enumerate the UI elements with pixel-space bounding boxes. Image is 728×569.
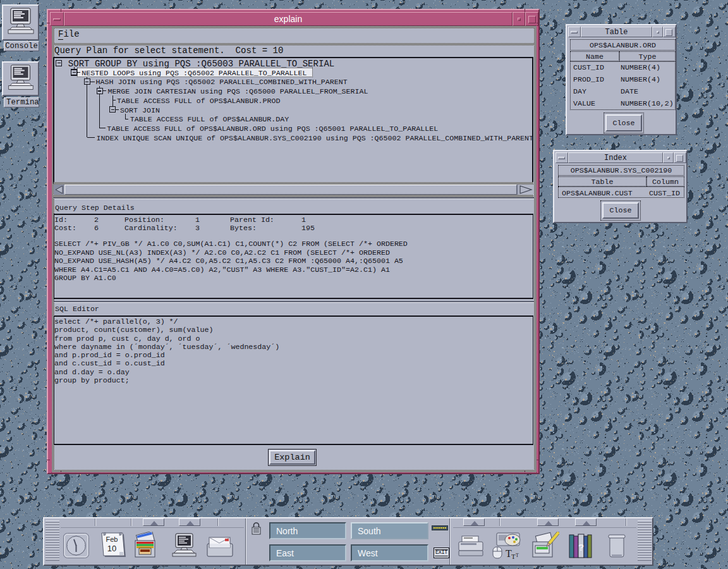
- svg-text:NESTED LOOPS using PQS :Q65002: NESTED LOOPS using PQS :Q65002 PARALLEL_…: [82, 69, 306, 77]
- svg-text:10: 10: [107, 544, 116, 553]
- svg-text:TABLE ACCESS FULL of OPS$ALANB: TABLE ACCESS FULL of OPS$ALANBUR.DAY: [130, 115, 289, 123]
- svg-text:TABLE ACCESS FULL of OPS$ALANB: TABLE ACCESS FULL of OPS$ALANBUR.PROD: [117, 97, 280, 105]
- svg-text:HASH JOIN using PQS :Q65002 PA: HASH JOIN using PQS :Q65002 PARALLEL_COM…: [96, 78, 348, 86]
- svg-text:SORT JOIN: SORT JOIN: [120, 106, 160, 114]
- svg-text:TABLE ACCESS FULL of OPS$ALANB: TABLE ACCESS FULL of OPS$ALANBUR.ORD usi…: [107, 125, 438, 133]
- svg-text:Feb: Feb: [106, 535, 118, 543]
- svg-text:T: T: [511, 553, 516, 560]
- svg-text:INDEX UNIQUE SCAN UNIQUE of OP: INDEX UNIQUE SCAN UNIQUE of OPS$ALANBUR.…: [97, 134, 533, 142]
- svg-text:?: ?: [578, 542, 584, 553]
- svg-text:T: T: [516, 553, 519, 558]
- svg-text:MERGE JOIN CARTESIAN using PQS: MERGE JOIN CARTESIAN using PQS :Q65000 P…: [107, 87, 368, 95]
- svg-text:SORT GROUP BY using PQS :Q6500: SORT GROUP BY using PQS :Q65003 PARALLEL…: [68, 59, 334, 69]
